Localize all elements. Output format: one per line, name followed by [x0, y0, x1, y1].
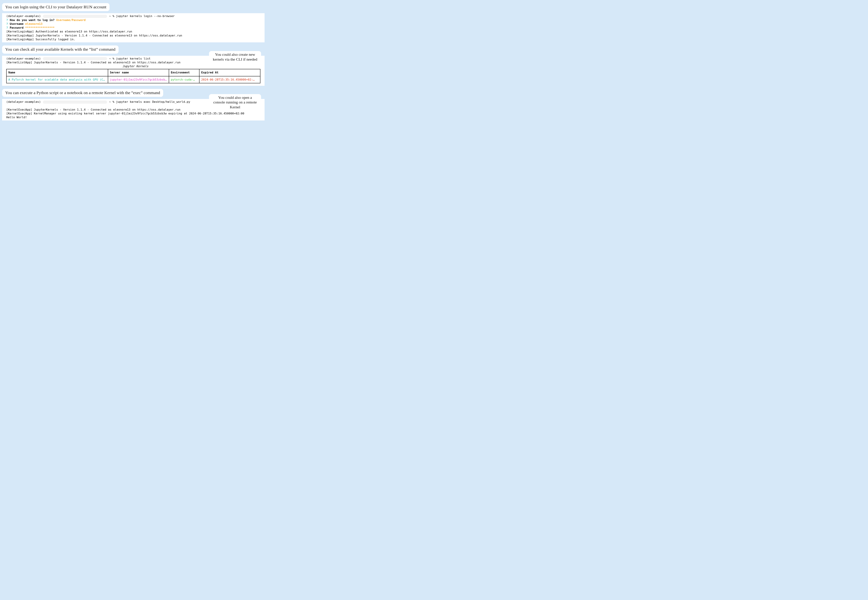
q1-answer: Username/Password	[56, 18, 86, 22]
login-q1: ? How do you want to log in? Username/Pa…	[2, 18, 265, 22]
q3-text: Password	[10, 26, 23, 29]
kernels-table: Name Server name Environment Expired At …	[6, 69, 261, 83]
side-note-list: You could also create new kernels via th…	[209, 51, 261, 63]
env-name: (datalayer-examples)	[6, 14, 41, 18]
cell-exp: 2024-06-28T15:35:16.450000+02:…	[199, 76, 260, 83]
login-out3: [KernelLoginApp] Successfully logged in.	[2, 38, 265, 41]
q-mark: ?	[6, 22, 8, 26]
section-list: You can check all your available Kernels…	[2, 45, 265, 86]
env-name: (datalayer-examples)	[6, 57, 41, 60]
redacted-pill	[43, 57, 107, 60]
th-env: Environment	[169, 69, 199, 76]
section-login: You can login using the CLI to your Data…	[2, 3, 265, 42]
label-list: You can check all your available Kernels…	[2, 45, 118, 53]
login-prompt-line: (datalayer-examples) ~ % jupyter kernels…	[2, 14, 265, 18]
q3-answer: *****************	[25, 26, 55, 29]
label-exec: You can execute a Python script or a not…	[2, 89, 163, 97]
label-login: You can login using the CLI to your Data…	[2, 3, 109, 11]
exec-out3: Hello World!	[2, 115, 265, 119]
env-name: (datalayer-examples)	[6, 100, 41, 103]
list-title: Jupyter Kernels	[2, 64, 265, 68]
th-name: Name	[6, 69, 108, 76]
cell-env: pytorch-cuda-…	[169, 76, 199, 83]
exec-out2: [KernelExecApp] KernelManager using exis…	[2, 112, 265, 115]
q-mark: ?	[6, 26, 8, 29]
login-q3: ? Password *****************	[2, 26, 265, 30]
redacted-pill	[43, 15, 107, 18]
q2-text: Username	[10, 22, 23, 26]
cell-name: A PyTorch kernel for scalable data analy…	[6, 76, 108, 83]
prompt-tail: ~ % jupyter kernels list	[109, 57, 150, 60]
table-row: A PyTorch kernel for scalable data analy…	[6, 76, 260, 83]
side-note-exec: You could also open a console running on…	[209, 94, 261, 111]
terminal-login: (datalayer-examples) ~ % jupyter kernels…	[2, 13, 265, 42]
q-mark: ?	[6, 18, 8, 22]
q1-text: How do you want to log in?	[10, 18, 55, 22]
login-out1: [KernelLoginApp] Authenticated as eleono…	[2, 30, 265, 33]
section-exec: You can execute a Python script or a not…	[2, 89, 265, 120]
login-q2: ? Username eleonore13	[2, 22, 265, 26]
th-server: Server name	[108, 69, 169, 76]
cell-server: jupyter-01j1ez23v9fzcc7gcb53zbsb…	[108, 76, 169, 83]
login-out2: [KernelLoginApp] JupyterKernels - Versio…	[2, 34, 265, 38]
q2-answer: eleonore13	[25, 22, 42, 26]
table-header-row: Name Server name Environment Expired At	[6, 69, 260, 76]
prompt-tail: ~ % jupyter kernels exec Desktop/hello_w…	[109, 100, 190, 103]
redacted-pill	[43, 100, 107, 104]
prompt-tail: ~ % jupyter kernels login --no-browser	[109, 14, 175, 18]
th-exp: Expired At	[199, 69, 260, 76]
